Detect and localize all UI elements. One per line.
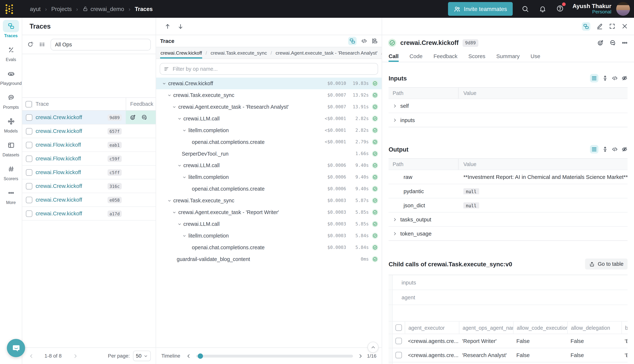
- expand-rows-icon[interactable]: [602, 146, 608, 152]
- breadcrumb-entity[interactable]: ayut: [30, 6, 41, 12]
- column-header[interactable]: allow_code_execution: [513, 322, 567, 334]
- call-content[interactable]: Inputs Path Value selfinputs: [382, 62, 634, 364]
- collapse-node-icon[interactable]: [182, 174, 187, 180]
- table-row[interactable]: crewai.Crew.kickoff9d89: [22, 111, 156, 124]
- select-all-checkbox[interactable]: [26, 101, 32, 107]
- column-header[interactable]: agent_executor: [405, 322, 459, 334]
- ops-filter-select[interactable]: All Ops: [51, 38, 151, 50]
- row-checkbox[interactable]: [26, 183, 32, 189]
- row-checkbox[interactable]: [26, 169, 32, 176]
- collapse-node-icon[interactable]: [182, 128, 187, 133]
- call-id-badge[interactable]: 9d89: [463, 39, 478, 47]
- row-checkbox[interactable]: [26, 196, 32, 203]
- output-row[interactable]: token_usage: [389, 226, 627, 240]
- trace-link[interactable]: crewai.Flow.kickoff: [36, 156, 81, 162]
- sidebar-item-more[interactable]: More: [3, 186, 19, 205]
- user-block[interactable]: Ayush Thakur Personal: [572, 3, 611, 15]
- trace-link[interactable]: crewai.Flow.kickoff: [36, 169, 81, 176]
- select-all-checkbox[interactable]: [396, 324, 402, 331]
- row-checkbox[interactable]: [26, 142, 32, 148]
- collapse-node-icon[interactable]: [172, 210, 177, 215]
- sidebar-item-models[interactable]: Models: [3, 115, 19, 133]
- column-header-trace[interactable]: Trace: [32, 101, 126, 107]
- json-view-icon[interactable]: [612, 146, 618, 152]
- sidebar-item-playground[interactable]: Playground: [0, 68, 22, 86]
- trace-tree-row[interactable]: openai.chat.completions.create$0.00069.4…: [156, 183, 382, 195]
- trace-tree-row[interactable]: guardrail-validate_blog_content0ms: [156, 253, 382, 265]
- trace-tree-row[interactable]: openai.chat.completions.create<$0.00012.…: [156, 136, 382, 148]
- table-row[interactable]: crewai.Flow.kickoffc5ff: [22, 166, 156, 180]
- tree-view-icon[interactable]: [348, 37, 357, 45]
- tab-use[interactable]: Use: [530, 50, 540, 62]
- page-next-icon[interactable]: [73, 353, 78, 358]
- child-call-row[interactable]: <crewai.agents.cre...'Report Writer'Fals…: [389, 334, 627, 348]
- collapse-node-icon[interactable]: [182, 233, 187, 239]
- trace-link[interactable]: crewai.Crew.kickoff: [36, 128, 82, 134]
- timeline-knob[interactable]: [198, 353, 203, 358]
- expand-rows-icon[interactable]: [602, 75, 608, 81]
- row-checkbox[interactable]: [26, 128, 32, 134]
- row-checkbox[interactable]: [396, 352, 402, 358]
- table-row[interactable]: crewai.Flow.kickoffc59f: [22, 152, 156, 166]
- hide-values-icon[interactable]: [621, 146, 627, 152]
- expand-row-icon[interactable]: [393, 104, 397, 108]
- trace-link[interactable]: crewai.Crew.kickoff: [36, 197, 82, 203]
- collapse-node-icon[interactable]: [161, 81, 167, 86]
- trace-link[interactable]: crewai.Crew.kickoff: [36, 210, 82, 216]
- json-view-icon[interactable]: [612, 75, 618, 81]
- table-row[interactable]: crewai.Crew.kickoff657f: [22, 124, 156, 138]
- more-options-icon[interactable]: [621, 40, 628, 46]
- close-icon[interactable]: [621, 23, 628, 30]
- fullscreen-icon[interactable]: [609, 23, 615, 30]
- output-row[interactable]: raw**Investment Report: AI in Chemical a…: [389, 170, 627, 184]
- tab-feedback[interactable]: Feedback: [434, 50, 458, 62]
- trace-tree-row[interactable]: crewai.Task.execute_sync$0.000713.92s: [156, 89, 382, 101]
- invite-teammates-button[interactable]: Invite teammates: [448, 2, 513, 16]
- table-row[interactable]: crewai.Crew.kickoffa17d: [22, 207, 156, 220]
- notifications-bell-icon[interactable]: [539, 5, 546, 13]
- collapse-node-icon[interactable]: [166, 92, 172, 98]
- expand-row-icon[interactable]: [393, 231, 397, 236]
- trace-tree-row[interactable]: crewai.Crew.kickoff$0.001019.83s: [156, 78, 382, 89]
- list-view-icon[interactable]: [590, 74, 598, 82]
- table-row[interactable]: crewai.Crew.kickoffe058: [22, 193, 156, 207]
- trace-tree-row[interactable]: crewai.LLM.call$0.00035.85s: [156, 218, 382, 230]
- collapse-node-icon[interactable]: [176, 162, 182, 168]
- sidebar-item-traces[interactable]: Traces: [3, 20, 19, 38]
- timeline-prev-icon[interactable]: [186, 353, 191, 358]
- wandb-logo-icon[interactable]: [0, 0, 19, 18]
- search-icon[interactable]: [522, 5, 529, 13]
- op-filter-input[interactable]: [172, 66, 374, 72]
- trace-tree-row[interactable]: litellm.completion$0.00069.40s: [156, 171, 382, 183]
- collapse-timeline-button[interactable]: [368, 342, 379, 353]
- column-header[interactable]: allow_delegation: [567, 322, 621, 334]
- row-checkbox[interactable]: [396, 338, 402, 344]
- tab-call[interactable]: Call: [389, 50, 399, 62]
- flame-graph-icon[interactable]: [372, 38, 378, 44]
- trace-link[interactable]: crewai.Flow.kickoff: [36, 142, 81, 148]
- column-header-feedback[interactable]: Feedback: [126, 98, 156, 110]
- add-reaction-icon[interactable]: [130, 114, 136, 120]
- avatar[interactable]: [616, 2, 630, 16]
- inputs-row[interactable]: inputs: [389, 113, 627, 127]
- tab-summary[interactable]: Summary: [496, 50, 519, 62]
- arrow-down-icon[interactable]: [178, 23, 184, 29]
- collapse-node-icon[interactable]: [176, 221, 182, 227]
- expand-row-icon[interactable]: [393, 217, 397, 222]
- per-page-select[interactable]: 50: [133, 350, 151, 361]
- comment-icon[interactable]: [141, 114, 147, 120]
- trace-tree-row[interactable]: openai.chat.completions.create$0.00035.8…: [156, 242, 382, 253]
- expand-row-icon[interactable]: [393, 118, 397, 122]
- code-view-icon[interactable]: [361, 38, 367, 44]
- trace-link[interactable]: crewai.Crew.kickoff: [36, 183, 82, 189]
- trace-tree-row[interactable]: crewai.LLM.call<$0.00012.82s: [156, 113, 382, 124]
- refresh-icon[interactable]: [27, 41, 34, 48]
- tab-scores[interactable]: Scores: [468, 50, 485, 62]
- output-row[interactable]: json_dictnull: [389, 198, 627, 212]
- trace-tree-row[interactable]: crewai.Agent.execute_task - 'Research An…: [156, 101, 382, 113]
- split-view-icon[interactable]: [582, 22, 590, 30]
- arrow-up-icon[interactable]: [165, 23, 171, 29]
- table-row[interactable]: crewai.Flow.kickoffeab1: [22, 138, 156, 152]
- trace-path-tab[interactable]: crewai.Crew.kickoff: [160, 47, 202, 59]
- sidebar-item-datasets[interactable]: Datasets: [3, 139, 19, 157]
